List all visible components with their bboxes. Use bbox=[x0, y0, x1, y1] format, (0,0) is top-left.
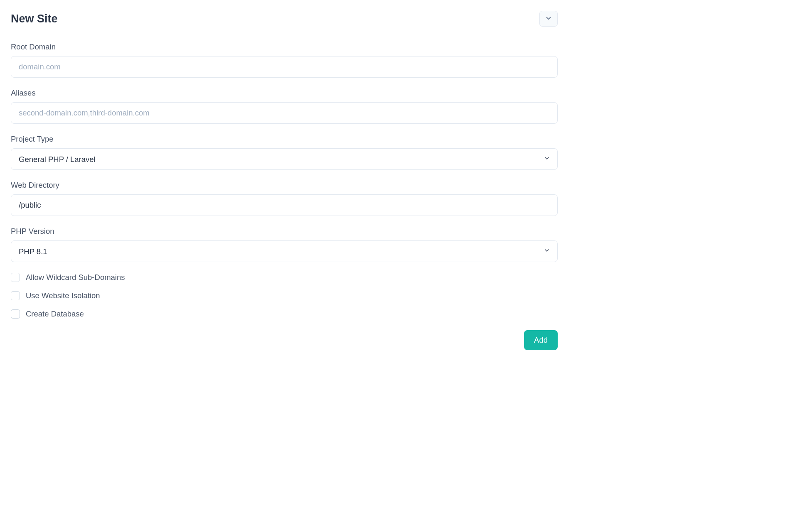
project-type-select[interactable]: General PHP / Laravel bbox=[11, 148, 558, 170]
page-title: New Site bbox=[11, 12, 58, 25]
button-row: Add bbox=[11, 330, 558, 350]
project-type-label: Project Type bbox=[11, 135, 558, 144]
wildcard-checkbox-label[interactable]: Allow Wildcard Sub-Domains bbox=[26, 273, 125, 282]
chevron-down-icon bbox=[545, 15, 552, 23]
project-type-group: Project Type General PHP / Laravel bbox=[11, 135, 558, 170]
database-checkbox-label[interactable]: Create Database bbox=[26, 309, 84, 319]
isolation-checkbox[interactable] bbox=[11, 291, 20, 300]
aliases-group: Aliases bbox=[11, 88, 558, 124]
database-checkbox-group: Create Database bbox=[11, 309, 558, 319]
add-button[interactable]: Add bbox=[524, 330, 558, 350]
web-directory-group: Web Directory bbox=[11, 181, 558, 216]
isolation-checkbox-group: Use Website Isolation bbox=[11, 291, 558, 300]
root-domain-group: Root Domain bbox=[11, 42, 558, 78]
web-directory-input[interactable] bbox=[11, 194, 558, 216]
web-directory-label: Web Directory bbox=[11, 181, 558, 190]
checkboxes-section: Allow Wildcard Sub-Domains Use Website I… bbox=[11, 273, 558, 319]
wildcard-checkbox[interactable] bbox=[11, 273, 20, 282]
wildcard-checkbox-group: Allow Wildcard Sub-Domains bbox=[11, 273, 558, 282]
root-domain-input[interactable] bbox=[11, 56, 558, 78]
database-checkbox[interactable] bbox=[11, 309, 20, 319]
aliases-input[interactable] bbox=[11, 102, 558, 124]
isolation-checkbox-label[interactable]: Use Website Isolation bbox=[26, 291, 100, 300]
php-version-label: PHP Version bbox=[11, 227, 558, 236]
root-domain-label: Root Domain bbox=[11, 42, 558, 52]
aliases-label: Aliases bbox=[11, 88, 558, 98]
collapse-button[interactable] bbox=[539, 11, 558, 27]
page-header: New Site bbox=[11, 11, 558, 27]
php-version-select[interactable]: PHP 8.1 bbox=[11, 240, 558, 262]
php-version-group: PHP Version PHP 8.1 bbox=[11, 227, 558, 262]
